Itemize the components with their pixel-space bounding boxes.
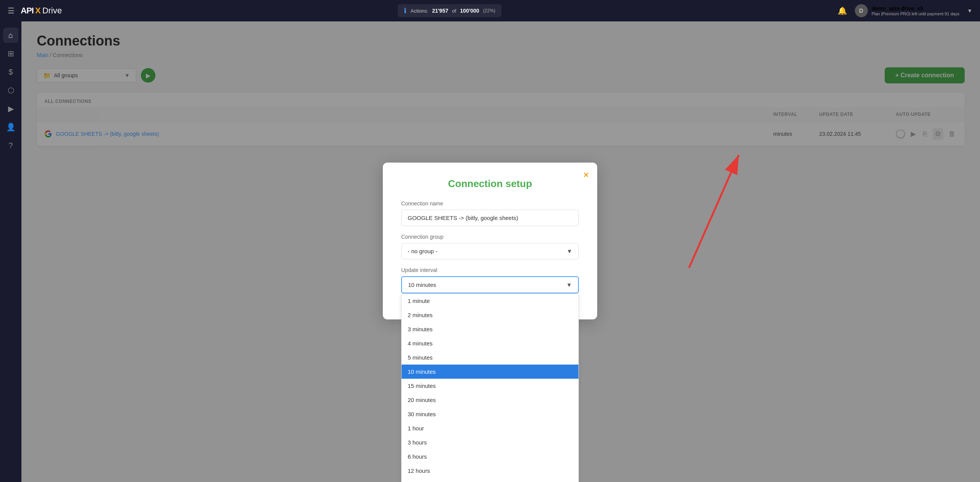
- navbar-right: 🔔 D demo_apix-drive_s3 Plan |Premium PRO…: [838, 4, 972, 17]
- interval-option-1day[interactable]: 1 day: [402, 478, 578, 482]
- user-plan: Plan |Premium PRO| left until payment 91…: [872, 11, 959, 16]
- interval-chevron-icon: ▼: [566, 282, 572, 288]
- interval-option-3min[interactable]: 3 minutes: [402, 322, 578, 336]
- info-icon: ℹ: [404, 7, 407, 15]
- sidebar-item-billing[interactable]: $: [3, 64, 18, 80]
- connection-name-input[interactable]: [401, 210, 579, 226]
- sidebar-item-home[interactable]: ⌂: [3, 28, 18, 43]
- actions-of: of: [452, 8, 456, 14]
- update-interval-select[interactable]: 10 minutes ▼: [401, 276, 579, 293]
- sidebar-item-play[interactable]: ▶: [3, 101, 18, 116]
- navbar-center: ℹ Actions: 21'957 of 100'000 (22%): [62, 4, 838, 17]
- update-interval-label: Update interval: [401, 267, 579, 273]
- sidebar-item-integrations[interactable]: ⬡: [3, 83, 18, 98]
- sidebar: ⌂ ⊞ $ ⬡ ▶ 👤 ?: [0, 21, 21, 482]
- actions-label: Actions:: [410, 8, 428, 14]
- sidebar-item-profile[interactable]: 👤: [3, 119, 18, 135]
- actions-pct: (22%): [483, 8, 495, 13]
- connection-group-value: - no group -: [408, 248, 438, 254]
- navbar: ☰ APIXDrive ℹ Actions: 21'957 of 100'000…: [0, 0, 980, 21]
- user-details: demo_apix-drive_s3 Plan |Premium PRO| le…: [872, 5, 959, 16]
- modal-close-button[interactable]: ×: [583, 169, 589, 180]
- interval-option-4min[interactable]: 4 minutes: [402, 336, 578, 350]
- interval-option-30min[interactable]: 30 minutes: [402, 407, 578, 421]
- sidebar-item-dashboard[interactable]: ⊞: [3, 46, 18, 61]
- user-info: D demo_apix-drive_s3 Plan |Premium PRO| …: [855, 4, 959, 17]
- connection-group-label: Connection group: [401, 234, 579, 240]
- interval-option-20min[interactable]: 20 minutes: [402, 393, 578, 407]
- logo-drive: Drive: [42, 6, 62, 16]
- interval-option-10min[interactable]: 10 minutes: [402, 365, 578, 379]
- menu-icon[interactable]: ☰: [8, 6, 15, 15]
- actions-limit: 100'000: [460, 8, 479, 14]
- group-chevron-icon: ▼: [567, 248, 572, 254]
- interval-option-1hour[interactable]: 1 hour: [402, 421, 578, 435]
- connection-group-form-group: Connection group - no group - ▼: [401, 234, 579, 259]
- interval-option-5min[interactable]: 5 minutes: [402, 350, 578, 365]
- actions-box: ℹ Actions: 21'957 of 100'000 (22%): [398, 4, 501, 17]
- interval-option-3hours[interactable]: 3 hours: [402, 435, 578, 449]
- interval-option-2min[interactable]: 2 minutes: [402, 308, 578, 322]
- interval-option-12hours[interactable]: 12 hours: [402, 464, 578, 478]
- interval-option-15min[interactable]: 15 minutes: [402, 379, 578, 393]
- connection-name-label: Connection name: [401, 200, 579, 207]
- update-interval-value: 10 minutes: [408, 282, 436, 288]
- avatar: D: [855, 4, 868, 17]
- connection-name-group: Connection name: [401, 200, 579, 226]
- sidebar-item-help[interactable]: ?: [3, 138, 18, 153]
- update-interval-group: Update interval 10 minutes ▼ 1 minute 2 …: [401, 267, 579, 293]
- interval-dropdown: 1 minute 2 minutes 3 minutes 4 minutes 5…: [401, 293, 579, 482]
- logo-api: API: [21, 6, 34, 16]
- bell-icon[interactable]: 🔔: [838, 6, 847, 15]
- interval-option-1min[interactable]: 1 minute: [402, 294, 578, 308]
- logo: APIXDrive: [21, 6, 62, 16]
- interval-option-6hours[interactable]: 6 hours: [402, 449, 578, 464]
- connection-group-select[interactable]: - no group - ▼: [401, 243, 579, 259]
- logo-x: X: [35, 6, 41, 16]
- user-name: demo_apix-drive_s3: [872, 5, 959, 11]
- connection-setup-modal: × Connection setup Connection name Conne…: [383, 163, 597, 319]
- user-chevron-icon[interactable]: ▼: [967, 8, 972, 14]
- actions-count: 21'957: [432, 8, 448, 14]
- modal-title: Connection setup: [401, 178, 579, 190]
